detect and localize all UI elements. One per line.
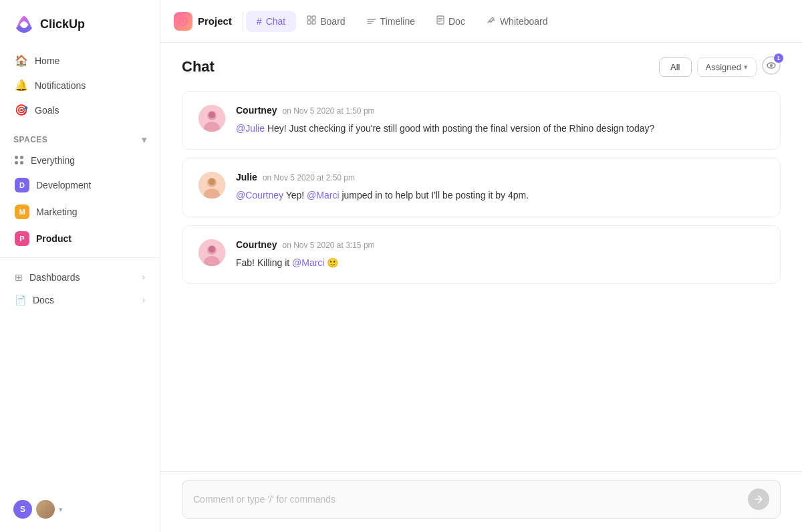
- chat-area: Chat All Assigned ▾ 1: [160, 43, 802, 532]
- courtney-avatar-1: [198, 105, 225, 132]
- msg-body-1: @Julie Hey! Just checking if you're stil…: [236, 121, 764, 136]
- docs-icon: 📄: [15, 295, 26, 305]
- sidebar-item-dashboards[interactable]: ⊞ Dashboards ›: [8, 266, 152, 289]
- development-badge: D: [15, 178, 29, 192]
- tab-timeline[interactable]: Timeline: [356, 11, 426, 32]
- docs-left: 📄 Docs: [15, 295, 54, 305]
- message-header-3: Courtney on Nov 5 2020 at 3:15 pm: [236, 239, 764, 250]
- watch-button[interactable]: 1: [762, 56, 781, 78]
- courtney-avatar-img-2: [198, 239, 225, 266]
- comment-input-area: Comment or type '/' for commands: [160, 471, 802, 532]
- timeline-tab-icon: [367, 16, 376, 27]
- marketing-badge: M: [15, 205, 29, 219]
- sidebar-item-marketing[interactable]: M Marketing: [8, 198, 152, 225]
- courtney-avatar-img-1: [198, 105, 225, 132]
- svg-rect-3: [312, 21, 315, 24]
- message-card-2: Julie on Nov 5 2020 at 2:50 pm @Courtney…: [182, 158, 781, 217]
- send-icon: [754, 495, 763, 504]
- sidebar-item-development[interactable]: D Development: [8, 172, 152, 198]
- assigned-chevron-icon: ▾: [744, 63, 748, 72]
- notifications-icon: 🔔: [15, 79, 28, 92]
- logo: ClickUp: [0, 0, 160, 45]
- board-tab-icon: [307, 15, 316, 27]
- tab-chat[interactable]: # Chat: [246, 11, 296, 32]
- everything-icon: [15, 156, 24, 165]
- tab-board[interactable]: Board: [296, 10, 356, 32]
- messages-container: Courtney on Nov 5 2020 at 1:50 pm @Julie…: [160, 86, 802, 471]
- sidebar-item-development-label: Development: [36, 180, 92, 190]
- filter-assigned-button[interactable]: Assigned ▾: [697, 57, 757, 77]
- doc-tab-icon: [436, 15, 444, 27]
- spaces-list: Everything D Development M Marketing P P…: [0, 149, 160, 252]
- sidebar-item-everything-label: Everything: [31, 155, 75, 166]
- sidebar-item-dashboards-label: Dashboards: [29, 272, 80, 283]
- svg-point-21: [209, 178, 215, 185]
- comment-input-wrapper[interactable]: Comment or type '/' for commands: [182, 480, 781, 519]
- sidebar-item-home[interactable]: 🏠 Home: [8, 48, 152, 73]
- goals-icon: 🎯: [15, 104, 28, 116]
- sidebar-item-docs[interactable]: 📄 Docs ›: [8, 289, 152, 311]
- dashboards-left: ⊞ Dashboards: [15, 272, 80, 283]
- product-badge: P: [15, 231, 29, 246]
- comment-submit-button[interactable]: [748, 489, 769, 510]
- msg-author-1: Courtney: [236, 105, 277, 116]
- clickup-logo-icon: [13, 13, 35, 35]
- watch-badge: 1: [774, 53, 783, 63]
- logo-text: ClickUp: [40, 17, 85, 31]
- sidebar-item-everything[interactable]: Everything: [8, 149, 152, 172]
- whiteboard-tab-icon: [487, 15, 496, 27]
- mention-marci: @Marci: [307, 190, 339, 201]
- sidebar-user: S ▾: [0, 492, 160, 521]
- dashboards-chevron-icon: ›: [142, 273, 145, 282]
- tab-timeline-label: Timeline: [380, 16, 415, 27]
- svg-rect-1: [312, 16, 315, 19]
- msg-time-2: on Nov 5 2020 at 2:50 pm: [263, 173, 355, 182]
- message-content-3: Courtney on Nov 5 2020 at 3:15 pm Fab! K…: [236, 239, 764, 270]
- msg-time-1: on Nov 5 2020 at 1:50 pm: [282, 106, 374, 116]
- msg-time-3: on Nov 5 2020 at 3:15 pm: [282, 241, 374, 250]
- msg-author-2: Julie: [236, 172, 257, 182]
- svg-point-13: [770, 64, 773, 67]
- tab-doc[interactable]: Doc: [426, 10, 476, 32]
- sidebar-nav: 🏠 Home 🔔 Notifications 🎯 Goals: [0, 45, 160, 125]
- julie-avatar: [198, 172, 225, 198]
- chat-title: Chat: [182, 58, 215, 76]
- msg-body-3: Fab! Killing it @Marci 🙂: [236, 255, 764, 270]
- sidebar-item-notifications-label: Notifications: [35, 80, 86, 91]
- sidebar-item-notifications[interactable]: 🔔 Notifications: [8, 73, 152, 98]
- user-avatar-s: S: [13, 500, 32, 519]
- svg-point-17: [209, 112, 215, 118]
- sidebar-item-goals[interactable]: 🎯 Goals: [8, 98, 152, 122]
- sidebar-item-home-label: Home: [35, 55, 59, 66]
- message-card-3: Courtney on Nov 5 2020 at 3:15 pm Fab! K…: [182, 225, 781, 284]
- sidebar-item-docs-label: Docs: [33, 295, 54, 305]
- spaces-chevron-icon[interactable]: ▾: [142, 134, 146, 145]
- chat-filters: All Assigned ▾: [659, 57, 757, 77]
- tab-chat-label: Chat: [266, 16, 286, 27]
- svg-rect-2: [307, 21, 311, 24]
- tab-whiteboard[interactable]: Whiteboard: [476, 10, 559, 32]
- sidebar-item-product[interactable]: P Product: [8, 225, 152, 252]
- julie-avatar-img: [198, 172, 225, 198]
- tab-whiteboard-label: Whiteboard: [500, 16, 548, 27]
- sidebar-item-product-label: Product: [36, 233, 72, 244]
- tab-board-label: Board: [320, 16, 345, 27]
- chat-tab-icon: #: [257, 16, 262, 27]
- filter-all-button[interactable]: All: [659, 57, 691, 77]
- tab-doc-label: Doc: [448, 16, 465, 27]
- docs-chevron-icon: ›: [142, 295, 145, 305]
- spaces-label: Spaces: [13, 135, 47, 144]
- nav-tabs: # Chat Board Timeline Doc: [246, 10, 559, 32]
- user-chevron-icon[interactable]: ▾: [59, 505, 63, 514]
- home-icon: 🏠: [15, 54, 28, 67]
- message-header-1: Courtney on Nov 5 2020 at 1:50 pm: [236, 105, 764, 116]
- sidebar: ClickUp 🏠 Home 🔔 Notifications 🎯 Goals S…: [0, 0, 160, 532]
- user-avatar-photo: [36, 500, 55, 519]
- filter-assigned-label: Assigned: [706, 62, 741, 72]
- chat-header: Chat All Assigned ▾ 1: [160, 43, 802, 86]
- msg-author-3: Courtney: [236, 239, 277, 250]
- message-header-2: Julie on Nov 5 2020 at 2:50 pm: [236, 172, 764, 182]
- message-content-1: Courtney on Nov 5 2020 at 1:50 pm @Julie…: [236, 105, 764, 136]
- mention-marci-2: @Marci: [292, 257, 324, 268]
- project-title: Project: [174, 12, 243, 31]
